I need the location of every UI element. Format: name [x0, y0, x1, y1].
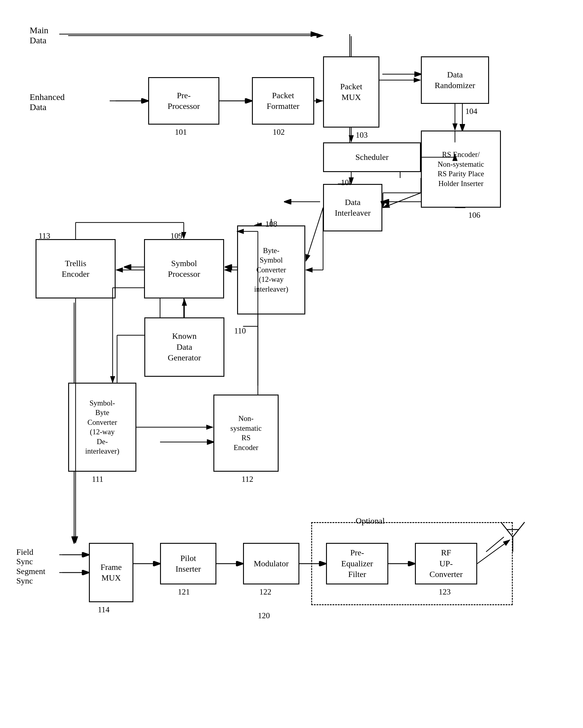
data-randomizer-block: DataRandomizer — [421, 56, 489, 104]
symbol-processor-block: SymbolProcessor — [144, 239, 224, 298]
ref-106: 106 — [468, 211, 480, 220]
ref-122: 122 — [259, 588, 272, 597]
rs-encoder-block: RS Encoder/Non-systematicRS Parity Place… — [421, 131, 501, 208]
ref-114: 114 — [98, 605, 110, 615]
field-sync-label: FieldSync — [16, 547, 33, 566]
data-randomizer-label: DataRandomizer — [435, 70, 475, 91]
symbol-processor-label: SymbolProcessor — [168, 258, 200, 280]
byte-symbol-block: Byte-SymbolConverter(12-wayinterleaver) — [237, 226, 305, 314]
ref-111: 111 — [92, 475, 104, 484]
ref-102: 102 — [273, 128, 285, 137]
optional-label: Optional — [356, 516, 385, 526]
ref-120: 120 — [258, 611, 270, 620]
ref-107: 107 — [341, 178, 353, 187]
modulator-block: Modulator — [243, 543, 299, 584]
trellis-encoder-label: TrellisEncoder — [62, 258, 89, 280]
trellis-encoder-block: TrellisEncoder — [35, 239, 116, 298]
scheduler-label: Scheduler — [355, 152, 389, 162]
antenna-icon — [498, 519, 528, 555]
packet-formatter-label: PacketFormatter — [267, 90, 299, 112]
known-data-generator-block: KnownDataGenerator — [144, 317, 224, 377]
known-data-generator-label: KnownDataGenerator — [168, 331, 201, 363]
ref-104: 104 — [465, 107, 477, 116]
packet-formatter-block: PacketFormatter — [252, 77, 314, 125]
nonsystematic-rs-label: Non-systematicRSEncoder — [230, 414, 262, 452]
preprocessor-block: Pre-Processor — [148, 77, 219, 125]
ref-109: 109 — [170, 231, 183, 241]
ref-101: 101 — [175, 128, 187, 137]
packet-mux-block: PacketMUX — [323, 56, 379, 128]
ref-113: 113 — [38, 231, 50, 241]
ref-103: 103 — [356, 131, 368, 140]
ref-121: 121 — [178, 588, 190, 597]
modulator-label: Modulator — [254, 558, 289, 569]
pilot-inserter-block: PilotInserter — [160, 543, 216, 584]
pilot-inserter-label: PilotInserter — [175, 553, 201, 575]
rs-encoder-label: RS Encoder/Non-systematicRS Parity Place… — [438, 150, 484, 188]
ref-112: 112 — [242, 475, 253, 484]
symbol-byte-label: Symbol-ByteConverter(12-wayDe-interleave… — [85, 398, 119, 456]
enhanced-data-label: EnhancedData — [30, 92, 65, 112]
main-data-label: MainData — [30, 25, 48, 45]
ref-108: 108 — [265, 219, 277, 229]
data-interleaver-label: DataInterleaver — [335, 197, 370, 219]
frame-mux-label: FrameMUX — [101, 562, 122, 583]
preprocessor-label: Pre-Processor — [168, 90, 200, 112]
segment-sync-label: SegmentSync — [16, 567, 45, 586]
packet-mux-label: PacketMUX — [340, 81, 362, 103]
diagram: Pre-Processor 101 PacketFormatter 102 Pa… — [0, 0, 583, 728]
scheduler-block: Scheduler — [323, 142, 421, 172]
ref-110: 110 — [234, 326, 246, 336]
optional-box — [311, 522, 513, 605]
data-interleaver-block: DataInterleaver — [323, 184, 382, 231]
symbol-byte-block: Symbol-ByteConverter(12-wayDe-interleave… — [68, 383, 136, 472]
frame-mux-block: FrameMUX — [89, 543, 133, 602]
byte-symbol-label: Byte-SymbolConverter(12-wayinterleaver) — [254, 246, 288, 294]
nonsystematic-rs-block: Non-systematicRSEncoder — [214, 394, 279, 472]
